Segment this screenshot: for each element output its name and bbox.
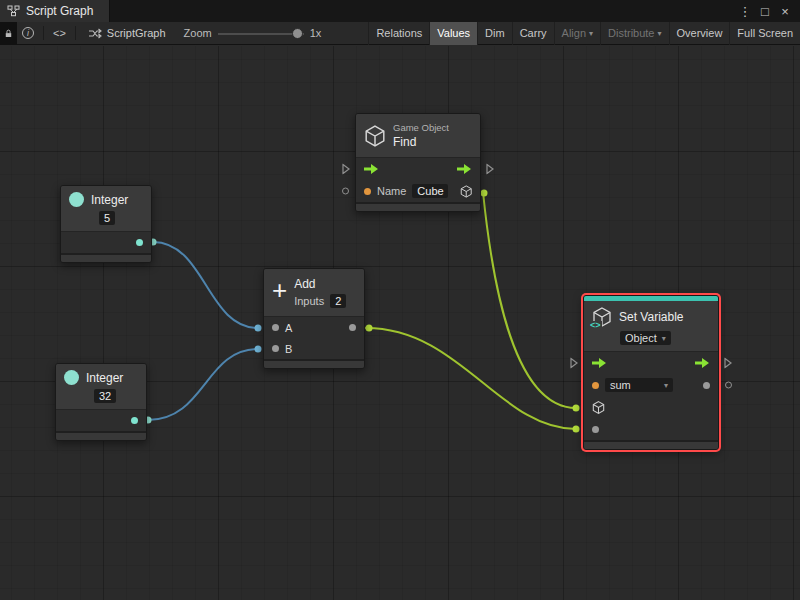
node-title: Find (393, 135, 449, 149)
align-button[interactable]: Align ▾ (554, 22, 600, 45)
node-category: Game Object (393, 122, 449, 133)
node-add[interactable]: + Add Inputs 2 A B (263, 268, 365, 369)
object-row (584, 396, 718, 418)
relations-button[interactable]: Relations (368, 22, 429, 45)
flow-row (356, 158, 480, 180)
name-label: Name (377, 185, 406, 197)
integer-icon (64, 370, 79, 385)
node-header: Game Object Find (356, 114, 480, 158)
node-body: Name Cube (356, 158, 480, 202)
window-controls: ⋮ □ × (736, 0, 800, 22)
node-set-variable[interactable]: <> Set Variable Object ▾ (583, 295, 719, 450)
dim-button[interactable]: Dim (477, 22, 512, 45)
integer-icon (69, 192, 84, 207)
values-button[interactable]: Values (429, 22, 477, 45)
flow-row (584, 352, 718, 374)
variable-row: sum ▾ (584, 374, 718, 396)
carry-button[interactable]: Carry (512, 22, 554, 45)
value-input-port[interactable] (592, 426, 599, 433)
zoom-value: 1x (304, 27, 330, 39)
fullscreen-label: Full Screen (737, 27, 793, 39)
zoom-slider[interactable] (218, 22, 304, 45)
inputs-count-field[interactable]: 2 (330, 294, 346, 308)
graph-reference[interactable]: ScriptGraph (80, 27, 174, 39)
variable-dropdown[interactable]: sum ▾ (605, 378, 673, 392)
graph-ref-icon (88, 28, 102, 39)
info-button[interactable]: i (17, 22, 39, 45)
object-symbol-icon: <> (589, 321, 602, 330)
kebab-menu-icon[interactable]: ⋮ (736, 0, 754, 22)
chevron-down-icon: ▾ (662, 334, 666, 343)
maximize-icon[interactable]: □ (756, 0, 774, 22)
value-output-port[interactable] (703, 382, 710, 389)
overview-label: Overview (677, 27, 723, 39)
overview-button[interactable]: Overview (669, 22, 730, 45)
node-footer (61, 253, 151, 262)
name-value-field[interactable]: Cube (412, 184, 447, 198)
variable-name: sum (610, 379, 631, 391)
fullscreen-button[interactable]: Full Screen (729, 22, 800, 45)
integer-output-port[interactable] (131, 417, 138, 424)
value-row (584, 418, 718, 440)
flow-in-outer-port[interactable] (342, 164, 350, 175)
port-row-b: B (264, 338, 364, 359)
output-row (56, 410, 146, 431)
node-footer (264, 359, 364, 368)
carry-label: Carry (520, 27, 547, 39)
lock-button[interactable] (0, 22, 17, 45)
scope-value: Object (625, 332, 657, 344)
flow-out-outer-port[interactable] (724, 358, 732, 369)
scope-dropdown[interactable]: Object ▾ (620, 331, 671, 345)
variable-name-port[interactable] (592, 382, 599, 389)
sum-output-port[interactable] (349, 324, 356, 331)
node-header: <> Set Variable Object ▾ (584, 301, 718, 352)
node-integer-32[interactable]: Integer 32 (55, 363, 147, 441)
node-body (56, 410, 146, 431)
input-port-b[interactable] (272, 345, 279, 352)
dim-label: Dim (485, 27, 505, 39)
zoom-slider-track[interactable] (218, 33, 304, 35)
node-body: A B (264, 317, 364, 359)
node-footer (356, 202, 480, 211)
chevron-down-icon: ▾ (658, 29, 662, 38)
add-icon: + (272, 277, 287, 303)
chevron-down-icon: ▾ (589, 29, 593, 38)
input-port-a[interactable] (272, 324, 279, 331)
flow-in-icon[interactable] (364, 163, 379, 175)
set-variable-icon: <> (592, 307, 612, 327)
zoom-slider-knob[interactable] (292, 28, 303, 39)
integer-value-field[interactable]: 5 (99, 211, 115, 225)
toolbar-separator (75, 26, 76, 40)
align-label: Align (562, 27, 586, 39)
flow-in-outer-port[interactable] (570, 358, 578, 369)
inputs-label: Inputs (294, 295, 324, 307)
flow-out-icon[interactable] (695, 357, 710, 369)
node-title: Set Variable (619, 310, 683, 324)
node-body (61, 232, 151, 253)
node-header: Integer 5 (61, 186, 151, 232)
integer-output-port[interactable] (136, 239, 143, 246)
node-gameobject-find[interactable]: Game Object Find Name Cube (355, 113, 481, 212)
gameobject-output-icon[interactable] (460, 185, 472, 198)
info-icon: i (22, 27, 34, 39)
name-input-port[interactable] (364, 188, 371, 195)
flow-out-outer-port[interactable] (486, 164, 494, 175)
distribute-label: Distribute (608, 27, 654, 39)
distribute-button[interactable]: Distribute ▾ (600, 22, 668, 45)
flow-out-icon[interactable] (457, 163, 472, 175)
tab-script-graph[interactable]: Script Graph (0, 0, 110, 22)
close-icon[interactable]: × (776, 0, 794, 22)
node-footer (56, 431, 146, 440)
node-header: Integer 32 (56, 364, 146, 410)
name-outer-port[interactable] (342, 188, 349, 195)
port-row-a: A (264, 317, 364, 338)
flow-in-icon[interactable] (592, 357, 607, 369)
node-integer-5[interactable]: Integer 5 (60, 185, 152, 263)
cube-icon (364, 125, 386, 147)
object-input-icon[interactable] (592, 401, 605, 414)
code-view-button[interactable]: <> (48, 22, 71, 45)
port-a-label: A (285, 322, 292, 334)
lock-icon (5, 28, 12, 39)
integer-value-field[interactable]: 32 (94, 389, 116, 403)
value-output-outer-port[interactable] (725, 382, 732, 389)
